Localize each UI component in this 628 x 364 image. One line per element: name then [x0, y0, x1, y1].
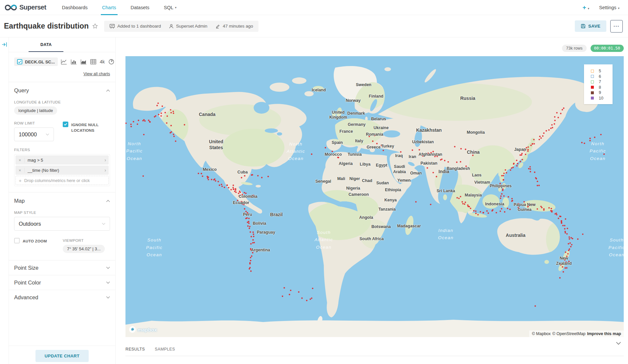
earthquake-point	[240, 194, 241, 196]
earthquake-point	[170, 125, 172, 126]
brand-name: Superset	[19, 4, 46, 11]
earthquake-point	[594, 137, 595, 138]
map-section-header[interactable]: Map	[14, 198, 110, 204]
pie-chart-icon[interactable]	[108, 59, 114, 65]
legend-swatch	[591, 91, 594, 94]
legend-item: 8	[591, 85, 613, 90]
area-chart-icon[interactable]	[80, 59, 87, 65]
earthquake-point	[516, 160, 517, 161]
update-chart-button[interactable]: UPDATE CHART	[35, 350, 89, 362]
section-advanced[interactable]: Advanced	[9, 290, 115, 305]
tab-samples[interactable]: SAMPLES	[155, 347, 175, 352]
last-modified-badge[interactable]: 47 minutes ago	[215, 24, 253, 29]
earthquake-point	[562, 225, 564, 226]
caret-down-icon: ▾	[618, 7, 619, 10]
chart-meta: Added to 1 dashboard Superset Admin 47 m…	[104, 21, 258, 32]
earthquake-point	[563, 107, 564, 109]
line-chart-icon[interactable]	[61, 59, 67, 65]
query-section-header[interactable]: Query	[14, 87, 110, 94]
chevron-down-icon	[106, 296, 110, 299]
mapbox-attribution-link[interactable]: © Mapbox	[532, 331, 550, 336]
earthquake-point	[289, 294, 290, 295]
map-style-select[interactable]: Outdoors	[14, 217, 110, 231]
world-map[interactable]: North Pacific OceanNorth Atlantic OceanN…	[125, 56, 624, 337]
earthquake-point	[162, 105, 163, 107]
map-style-label: MAP STYLE	[14, 211, 110, 215]
osm-attribution-link[interactable]: © OpenStreetMap	[552, 331, 586, 336]
auto-zoom-checkbox-row[interactable]: AUTO ZOOM	[14, 238, 63, 244]
earthquake-point	[311, 153, 312, 155]
viewport-pill[interactable]: 7° 35' 54.02" | 3...	[63, 245, 105, 253]
section-point-size[interactable]: Point Size	[9, 260, 115, 275]
save-button[interactable]: SAVE	[575, 20, 606, 32]
earthquake-point	[234, 191, 236, 192]
results-bar: RESULTSSAMPLES	[125, 337, 624, 356]
earthquake-point	[435, 155, 437, 156]
earthquake-point	[568, 250, 569, 251]
owner-badge[interactable]: Superset Admin	[169, 24, 207, 29]
auto-zoom-checkbox[interactable]	[14, 238, 20, 243]
earthquake-point	[537, 181, 538, 182]
earthquake-point	[252, 250, 254, 251]
ignore-null-checkbox[interactable]	[63, 122, 68, 127]
nav-item-datasets[interactable]: Datasets	[123, 0, 157, 15]
earthquake-point	[533, 139, 534, 140]
earthquake-point	[241, 201, 243, 202]
earthquake-point	[529, 168, 531, 170]
lonlat-pill[interactable]: longitude | latitude	[14, 106, 57, 115]
earthquake-point	[252, 174, 253, 175]
remove-filter-icon[interactable]: ×	[15, 158, 25, 163]
tab-results[interactable]: RESULTS	[125, 347, 145, 352]
remove-filter-icon[interactable]: ×	[15, 168, 25, 173]
new-item-button[interactable]: +▾	[582, 4, 589, 11]
collapse-panel-icon[interactable]	[2, 42, 7, 47]
earthquake-point	[475, 213, 477, 214]
earthquake-point	[465, 202, 466, 203]
add-filter-dropzone[interactable]: + Drop columns/metrics here or click	[15, 176, 109, 185]
earthquake-point	[470, 208, 471, 209]
table-icon[interactable]	[90, 59, 96, 64]
earthquake-point	[311, 297, 312, 299]
superset-logo[interactable]: Superset	[5, 4, 46, 11]
dashboards-badge[interactable]: Added to 1 dashboard	[109, 24, 161, 29]
nav-item-sql[interactable]: SQL▾	[157, 0, 184, 15]
filter-pill[interactable]: ×mag > 5›	[15, 155, 109, 165]
view-all-charts-link[interactable]: View all charts	[83, 72, 110, 76]
row-limit-select[interactable]: 100000	[14, 127, 54, 141]
earthquake-point	[504, 211, 505, 213]
dataset-checkbox[interactable]	[17, 59, 22, 64]
earthquake-point	[565, 218, 566, 219]
nav-item-dashboards[interactable]: Dashboards	[55, 0, 95, 15]
earthquake-point	[331, 151, 333, 152]
dataset-selector[interactable]: DECK.GL SC...	[14, 57, 58, 66]
earthquake-point	[522, 159, 523, 160]
earthquake-point	[483, 212, 484, 213]
infinity-logo-icon	[5, 4, 17, 11]
more-options-button[interactable]: ···	[610, 20, 623, 33]
improve-map-link[interactable]: Improve this map	[587, 331, 621, 336]
earthquake-point	[250, 260, 251, 261]
earthquake-point	[157, 102, 159, 104]
favorite-star-icon[interactable]	[92, 23, 98, 29]
earthquake-point	[524, 201, 525, 202]
earthquake-point	[525, 149, 526, 150]
bar-chart-icon[interactable]	[71, 59, 77, 65]
settings-menu[interactable]: Settings▾	[599, 5, 619, 10]
earthquake-point	[312, 288, 313, 289]
nav-item-charts[interactable]: Charts	[95, 0, 123, 15]
ignore-null-checkbox-row[interactable]: IGNORE NULL LOCATIONS	[63, 122, 110, 133]
earthquake-point	[527, 149, 528, 150]
earthquake-point	[165, 112, 166, 113]
big-number-icon[interactable]: 4k	[100, 59, 105, 64]
collapse-results-icon[interactable]	[616, 340, 621, 346]
earthquake-point	[156, 105, 158, 106]
filter-pill[interactable]: ×__time (No filter)›	[15, 166, 109, 175]
tab-data[interactable]: DATA	[29, 37, 63, 52]
earthquake-point	[250, 257, 251, 258]
earthquake-point	[480, 211, 481, 212]
earthquake-point	[539, 139, 540, 140]
earthquake-point	[487, 213, 489, 214]
earthquake-point	[243, 204, 244, 205]
earthquake-point	[155, 115, 156, 117]
section-point-color[interactable]: Point Color	[9, 275, 115, 290]
